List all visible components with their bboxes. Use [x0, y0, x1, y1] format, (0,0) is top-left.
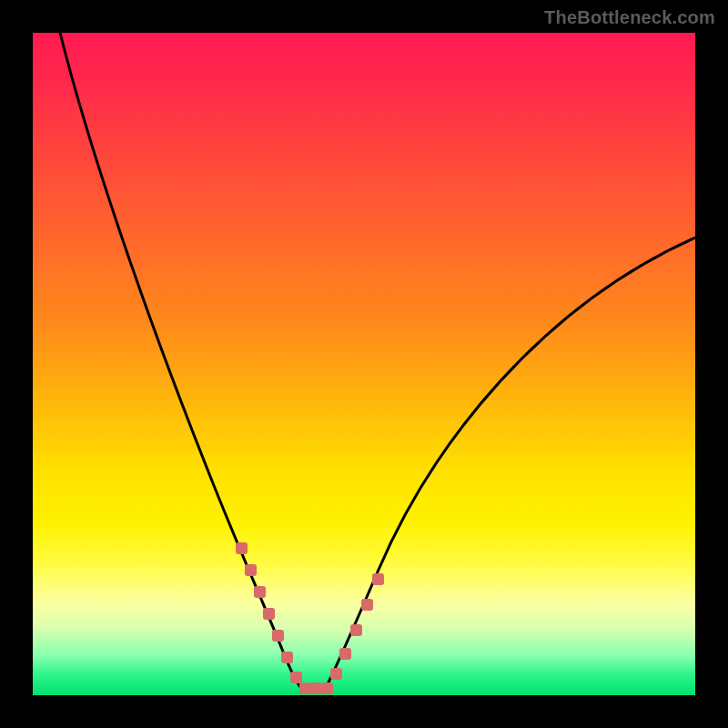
svg-rect-13	[361, 599, 373, 611]
svg-rect-2	[254, 586, 266, 598]
svg-rect-3	[263, 608, 275, 620]
svg-rect-0	[236, 542, 248, 554]
svg-rect-9	[321, 682, 333, 694]
svg-rect-8	[310, 682, 322, 694]
svg-rect-5	[281, 652, 293, 663]
plot-area	[33, 33, 695, 695]
chart-frame: TheBottleneck.com	[0, 0, 728, 728]
svg-rect-10	[330, 668, 342, 680]
svg-rect-6	[290, 672, 302, 683]
svg-rect-7	[299, 682, 311, 694]
curve-layer	[33, 33, 695, 695]
svg-rect-11	[339, 648, 351, 660]
svg-rect-14	[372, 573, 384, 585]
svg-rect-12	[350, 624, 362, 636]
svg-rect-1	[245, 564, 257, 576]
trough-markers	[236, 542, 384, 694]
watermark-text: TheBottleneck.com	[544, 7, 715, 28]
svg-rect-4	[272, 630, 284, 642]
bottleneck-curve	[60, 33, 695, 692]
